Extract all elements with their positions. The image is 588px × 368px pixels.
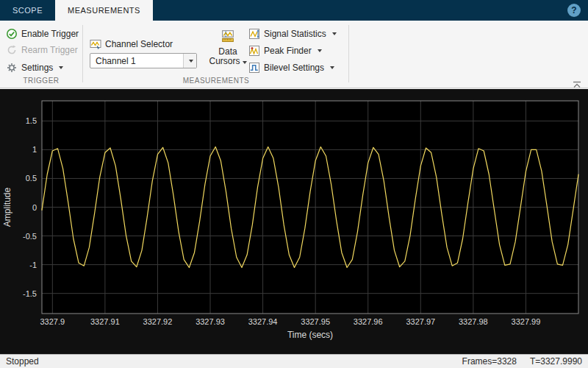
combobox-arrow[interactable]: [183, 54, 196, 68]
rearm-trigger-label: Rearm Trigger: [21, 45, 78, 55]
svg-text:3327.97: 3327.97: [406, 317, 435, 326]
data-cursors-button[interactable]: Data Cursors: [207, 25, 249, 81]
svg-text:-0.5: -0.5: [23, 232, 37, 241]
svg-text:3327.98: 3327.98: [459, 317, 488, 326]
svg-text:3327.91: 3327.91: [90, 317, 120, 326]
channel-combobox-value: Channel 1: [90, 56, 183, 66]
statistics-chart-icon: [248, 28, 260, 40]
tab-scope[interactable]: SCOPE: [0, 0, 55, 21]
trigger-section-label: TRIGGER: [0, 77, 82, 85]
enable-trigger-button[interactable]: Enable Trigger: [6, 26, 79, 41]
svg-text:3327.94: 3327.94: [248, 317, 278, 326]
trigger-settings-label: Settings: [21, 63, 53, 73]
svg-text:1: 1: [32, 145, 37, 154]
collapse-toolstrip-icon[interactable]: [572, 78, 582, 85]
svg-text:1.5: 1.5: [26, 116, 37, 125]
toolstrip: Enable Trigger Rearm Trigger Settings TR…: [0, 21, 588, 88]
trigger-settings-button[interactable]: Settings: [6, 60, 63, 75]
caret-down-icon: [332, 32, 337, 35]
rearm-arrow-icon: [6, 44, 18, 56]
bilevel-settings-label: Bilevel Settings: [264, 63, 324, 73]
caret-down-icon: [189, 60, 193, 63]
svg-text:3327.95: 3327.95: [301, 317, 330, 326]
tab-measurements[interactable]: MEASUREMENTS: [55, 0, 153, 21]
help-button[interactable]: ?: [567, 4, 581, 17]
peak-finder-label: Peak Finder: [264, 46, 312, 56]
section-divider: [82, 25, 83, 82]
signal-select-icon: [90, 38, 101, 50]
signal-statistics-button[interactable]: Signal Statistics: [248, 26, 337, 41]
scope-display[interactable]: 3327.93327.913327.923327.933327.943327.9…: [0, 89, 588, 354]
bilevel-settings-button[interactable]: Bilevel Settings: [248, 60, 334, 75]
status-text: Stopped: [6, 356, 39, 367]
time-readout: T=3327.9990: [530, 356, 582, 367]
caret-down-icon: [318, 49, 322, 52]
channel-selector-label: Channel Selector: [105, 39, 173, 49]
caret-down-icon: [330, 66, 334, 69]
check-circle-icon: [6, 28, 18, 40]
waveform-chart[interactable]: 3327.93327.913327.923327.933327.943327.9…: [0, 89, 588, 354]
section-divider: [348, 25, 349, 82]
svg-text:3327.99: 3327.99: [512, 317, 541, 326]
channel-selector-button[interactable]: Channel Selector: [90, 37, 173, 52]
cursor-ruler-icon: [221, 29, 234, 43]
tab-bar: SCOPE MEASUREMENTS ?: [0, 0, 588, 21]
svg-text:Time (secs): Time (secs): [287, 330, 333, 340]
caret-down-icon: [243, 61, 247, 64]
channel-combobox[interactable]: Channel 1: [90, 53, 197, 68]
gear-icon: [6, 62, 18, 74]
caret-down-icon: [59, 66, 63, 69]
rearm-trigger-button: Rearm Trigger: [6, 43, 78, 57]
peak-finder-button[interactable]: Peak Finder: [248, 43, 322, 58]
signal-statistics-label: Signal Statistics: [264, 29, 326, 39]
measurements-section-label: MEASUREMENTS: [84, 77, 348, 85]
svg-text:3327.9: 3327.9: [40, 317, 65, 326]
svg-text:0: 0: [32, 203, 37, 212]
svg-text:-1: -1: [29, 261, 37, 269]
svg-text:3327.93: 3327.93: [196, 317, 225, 326]
enable-trigger-label: Enable Trigger: [21, 29, 79, 39]
svg-text:3327.96: 3327.96: [354, 317, 383, 326]
frames-counter: Frames=3328: [462, 356, 517, 367]
svg-text:3327.92: 3327.92: [143, 317, 173, 326]
svg-text:-1.5: -1.5: [23, 289, 37, 298]
svg-text:Amplitude: Amplitude: [2, 188, 12, 227]
peak-marker-icon: [248, 45, 260, 57]
status-bar: Stopped Frames=3328 T=3327.9990: [0, 354, 588, 368]
square-wave-icon: [248, 62, 260, 74]
svg-text:0.5: 0.5: [26, 174, 37, 183]
data-cursors-label: Data Cursors: [209, 46, 240, 66]
